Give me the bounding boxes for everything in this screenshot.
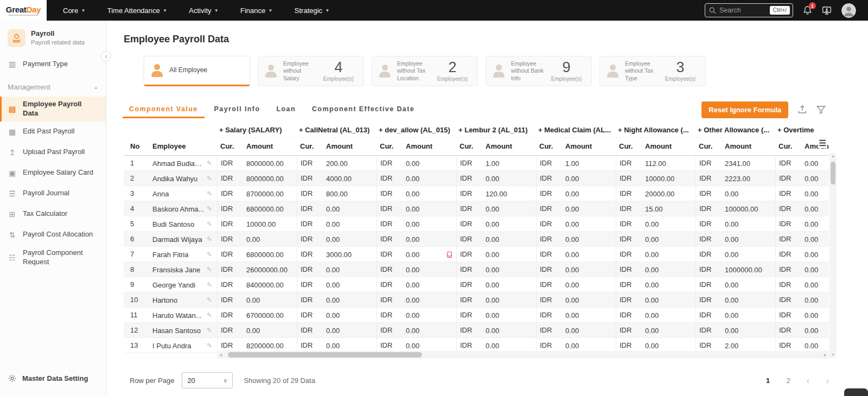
tab-component-effective-date[interactable]: Component Effective Date [305,101,421,118]
edit-icon[interactable]: ✎ [207,278,212,292]
horizontal-scrollbar-thumb[interactable] [228,352,422,357]
sidebar-item-upload-past-payroll[interactable]: ↥ Upload Past Payroll [0,142,106,163]
amount-cell[interactable]: 4000.00 [323,171,376,186]
edit-icon[interactable]: ✎ [207,293,212,308]
sidebar-item-employee-salary-card[interactable]: ▣ Employee Salary Card [0,163,106,183]
amount-cell[interactable]: 0.00 [323,232,376,247]
sidebar-item-payment-type[interactable]: ▥ Payment Type [0,54,106,74]
amount-cell[interactable]: 0.00 [482,201,536,216]
horizontal-scrollbar-track[interactable] [225,351,821,359]
amount-cell[interactable]: 0.00 [403,201,456,216]
amount-cell[interactable]: 0.00 [801,247,829,262]
edit-icon[interactable]: ✎ [207,263,212,277]
amount-cell[interactable]: 0.00 [403,156,456,171]
amount-cell[interactable]: 3000.00 [323,247,376,262]
amount-cell[interactable]: 0.00 [801,292,829,308]
export-button[interactable] [797,105,807,114]
amount-cell[interactable]: 0.00 [243,323,297,338]
page-number[interactable]: 2 [786,376,790,385]
table-row[interactable]: 7 Farah Fitria ✎ IDR 6800000.00 IDR 3000… [124,247,829,262]
prev-page-icon[interactable]: ‹ [807,376,810,385]
amount-cell[interactable]: 0.00 [323,323,376,338]
edit-icon[interactable]: ✎ [207,247,212,262]
amount-cell[interactable]: 1.00 [482,156,536,171]
amount-cell[interactable]: 0.00 [562,277,616,292]
vertical-scrollbar[interactable]: ▴ ▾ [829,153,837,358]
chat-widget[interactable] [844,388,868,396]
amount-cell[interactable]: 0.00 [562,186,616,201]
table-row[interactable]: 2 Andika Wahyu ✎ IDR 8000000.00 IDR 4000… [124,171,829,186]
amount-cell[interactable]: 0.00 [801,323,829,338]
amount-cell[interactable]: 6700000.00 [243,308,297,323]
amount-cell[interactable]: 0.00 [642,262,695,277]
edit-icon[interactable]: ✎ [207,338,212,353]
amount-cell[interactable]: 0.00 [642,277,695,292]
amount-cell[interactable]: 0.00 [801,201,829,216]
table-row[interactable]: 1 Ahmad Budian... ✎ IDR 8000000.00 IDR 2… [124,156,829,171]
amount-cell[interactable]: 2341.00 [722,156,775,171]
component-group-header[interactable]: + dev_allow (AL_015) [376,122,456,138]
amount-cell[interactable]: 0.00 [482,232,536,247]
amount-cell[interactable]: 0.00 [722,323,775,338]
amount-cell[interactable]: 0.00 [482,262,536,277]
table-row[interactable]: 12 Hasan Santoso ✎ IDR 0.00 IDR 0.00 IDR… [124,323,829,338]
vertical-scrollbar-track[interactable] [829,159,837,352]
amount-cell[interactable]: 0.00 [801,216,829,232]
amount-cell[interactable]: 10000.00 [243,216,297,232]
stat-card-all-employee[interactable]: All Employee [144,56,250,86]
amount-cell[interactable]: 0.00 [562,201,616,216]
amount-cell[interactable]: 0.00 [562,308,616,323]
profile-avatar[interactable] [841,3,856,18]
column-settings-icon[interactable]: ☰ [818,138,827,148]
sidebar-section-management[interactable]: Management ▴ [0,74,106,97]
kiosk-button[interactable] [822,6,832,15]
component-group-header[interactable]: + Medical Claim (AL... [536,122,616,138]
amount-cell[interactable]: 2223.00 [722,171,775,186]
sidebar-item-payroll-component-request[interactable]: ☷ Payroll Component Request [0,245,106,270]
page-number[interactable]: 1 [766,376,770,385]
amount-cell[interactable]: 0.00 [562,292,616,308]
amount-cell[interactable]: 0.00 [403,292,456,308]
table-row[interactable]: 3 Anna ✎ IDR 8700000.00 IDR 800.00 IDR 0… [124,186,829,201]
amount-cell[interactable]: 0.00 [722,308,775,323]
notifications-button[interactable]: 1 [803,5,812,15]
component-group-header[interactable]: + Other Allowance (... [695,122,775,138]
amount-cell[interactable]: 0.00 [642,232,695,247]
amount-cell[interactable]: 0.00 [403,247,456,262]
amount-cell[interactable]: 0.00 [562,216,616,232]
amount-cell[interactable]: 1000000.00 [722,262,775,277]
amount-cell[interactable]: 0.00 [323,216,376,232]
amount-cell[interactable]: 0.00 [482,277,536,292]
amount-cell[interactable]: 0.00 [642,308,695,323]
component-group-header[interactable]: + CallNetral (AL_013) [297,122,376,138]
amount-cell[interactable]: 0.00 [403,171,456,186]
amount-cell[interactable]: 26000000.00 [243,262,297,277]
amount-cell[interactable]: 100000.00 [722,201,775,216]
amount-cell[interactable]: 0.00 [323,201,376,216]
search-box[interactable]: Ctrl+/ [705,3,793,17]
amount-cell[interactable]: 0.00 [562,323,616,338]
amount-cell[interactable]: 0.00 [482,323,536,338]
amount-cell[interactable]: 0.00 [722,216,775,232]
amount-cell[interactable]: 0.00 [801,186,829,201]
stat-card-employee-without-tax-location[interactable]: Employee without Tax Location 2 Employee… [372,56,478,86]
amount-cell[interactable]: 0.00 [482,247,536,262]
filter-button[interactable] [816,105,826,114]
amount-cell[interactable]: 15.00 [642,201,695,216]
amount-cell[interactable]: 0.00 [243,232,297,247]
amount-cell[interactable]: 0.00 [642,323,695,338]
amount-cell[interactable]: 0.00 [482,171,536,186]
amount-cell[interactable]: 120.00 [482,186,536,201]
component-group-header[interactable]: + Night Allowance (... [616,122,695,138]
app-logo[interactable]: GreatDay [0,0,47,21]
amount-cell[interactable]: 0.00 [801,308,829,323]
amount-cell[interactable]: 0.00 [403,186,456,201]
amount-cell[interactable]: 0.00 [482,216,536,232]
amount-cell[interactable]: 200.00 [323,156,376,171]
scroll-up-icon[interactable]: ▴ [832,153,834,159]
amount-cell[interactable]: 0.00 [801,277,829,292]
edit-icon[interactable]: ✎ [207,323,212,338]
amount-cell[interactable]: 20000.00 [642,186,695,201]
amount-cell[interactable]: 1.00 [562,156,616,171]
amount-cell[interactable]: 112.00 [642,156,695,171]
